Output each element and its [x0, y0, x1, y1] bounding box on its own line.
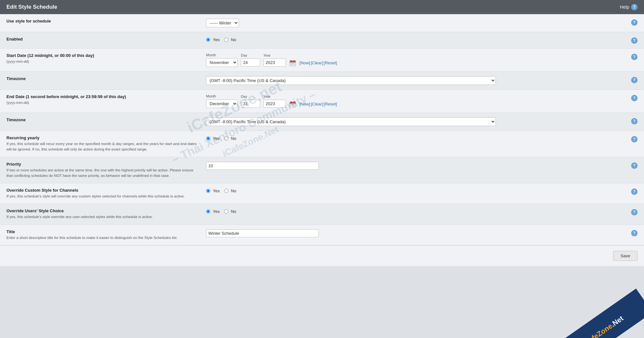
start-now-link[interactable]: [Now] [299, 60, 310, 65]
svg-rect-9 [294, 64, 295, 65]
end-calendar-icon[interactable] [289, 101, 296, 108]
radio-group-enabled: Yes No [206, 37, 236, 42]
header-help-area: Help ? [620, 4, 638, 10]
help-label: Help [620, 5, 629, 10]
start-day-input[interactable] [241, 59, 260, 67]
desc-start-date: (yyyy-mm-dd) [6, 59, 200, 64]
radio-no-enabled[interactable]: No [224, 37, 236, 42]
label-col-end-tz: Timezone [6, 117, 206, 122]
label-end-tz: Timezone [6, 117, 200, 122]
label-col-override-users: Override Users' Style Choice If yes, thi… [6, 208, 206, 220]
radio-yes-override-users[interactable]: Yes [206, 209, 220, 214]
help-col-start-tz: ? [625, 76, 638, 83]
row-help-icon-recurring[interactable]: ? [631, 136, 638, 142]
radio-yes-enabled[interactable]: Yes [206, 37, 220, 42]
radio-no-label-override-users: No [231, 209, 236, 214]
row-start-date: Start Date (12 midnight, or 00:00 of thi… [0, 49, 644, 72]
radio-no-override-channels[interactable]: No [224, 188, 236, 193]
start-year-label: Year [263, 53, 286, 57]
help-icon[interactable]: ? [631, 4, 638, 10]
radio-input-yes-recurring[interactable] [206, 136, 210, 141]
row-help-icon-end-tz[interactable]: ? [631, 118, 638, 124]
radio-input-yes-override-channels[interactable] [206, 189, 210, 193]
control-col-start-date: Month JanuaryFebruaryMarch AprilMayJune … [206, 53, 625, 67]
radio-yes-label-recurring: Yes [213, 136, 220, 141]
radio-yes-recurring[interactable]: Yes [206, 136, 220, 141]
radio-no-label-override-channels: No [231, 188, 236, 193]
help-col-use-style: ? [625, 19, 638, 26]
label-start-tz: Timezone [6, 76, 200, 81]
control-col-enabled: Yes No [206, 37, 625, 42]
radio-input-yes-override-users[interactable] [206, 209, 210, 214]
select-use-style[interactable]: ------ Winter Default Summer Spring Autu… [206, 19, 239, 27]
label-start-date: Start Date (12 midnight, or 00:00 of thi… [6, 53, 200, 58]
desc-recurring: If yes, this schedule will recur every y… [6, 141, 200, 152]
badge-text-dot: . [609, 321, 616, 329]
help-col-start-date: ? [625, 53, 638, 60]
radio-input-no-enabled[interactable] [224, 38, 228, 42]
help-col-override-users: ? [625, 208, 638, 215]
svg-rect-17 [291, 105, 292, 106]
radio-group-override-users: Yes No [206, 209, 236, 214]
start-timezone-select[interactable]: (GMT -8:00) Pacific Time (US & Canada) (… [206, 76, 496, 85]
row-help-icon-start-date[interactable]: ? [631, 54, 638, 60]
row-end-date: End Date (1 second before midnight, or 2… [0, 90, 644, 113]
end-timezone-select[interactable]: (GMT -8:00) Pacific Time (US & Canada) (… [206, 117, 496, 126]
start-month-select[interactable]: JanuaryFebruaryMarch AprilMayJune JulyAu… [206, 58, 238, 67]
end-now-link[interactable]: [Now] [299, 102, 310, 106]
svg-rect-14 [291, 104, 292, 105]
radio-yes-label-enabled: Yes [213, 37, 220, 42]
end-day-label: Day [241, 95, 260, 98]
start-day-group: Day [241, 53, 260, 67]
start-clear-link[interactable]: [Clear] [311, 60, 323, 65]
title-input[interactable] [206, 229, 319, 237]
end-reset-link[interactable]: [Reset] [324, 102, 337, 106]
end-date-links: [Now] [Clear] [Reset] [299, 102, 337, 106]
label-end-date: End Date (1 second before midnight, or 2… [6, 94, 200, 99]
row-help-icon-title[interactable]: ? [631, 230, 638, 236]
radio-group-override-channels: Yes No [206, 188, 236, 193]
radio-no-recurring[interactable]: No [224, 136, 236, 141]
radio-input-no-override-channels[interactable] [224, 189, 228, 193]
radio-input-no-recurring[interactable] [224, 136, 228, 141]
row-help-icon-override-users[interactable]: ? [631, 209, 638, 215]
control-col-override-channels: Yes No [206, 188, 625, 193]
label-recurring: Recurring yearly [6, 135, 200, 140]
radio-input-yes-enabled[interactable] [206, 38, 210, 42]
radio-input-no-override-users[interactable] [224, 209, 228, 214]
start-calendar-icon[interactable] [289, 59, 296, 67]
save-button[interactable]: Save [613, 251, 638, 261]
desc-override-users: If yes, this schedule's style override a… [6, 214, 200, 220]
end-month-select[interactable]: JanuaryFebruaryMarch AprilMayJune JulyAu… [206, 99, 238, 108]
corner-badge: iCafeZone.Net [560, 280, 644, 338]
start-year-input[interactable] [263, 59, 286, 67]
row-help-icon-end-date[interactable]: ? [631, 95, 638, 101]
corner-badge-inner: iCafeZone.Net [560, 288, 644, 338]
row-help-icon-start-tz[interactable]: ? [631, 77, 638, 83]
svg-rect-4 [291, 63, 292, 64]
row-help-icon-enabled[interactable]: ? [631, 37, 638, 44]
end-clear-link[interactable]: [Clear] [311, 102, 323, 106]
label-col-enabled: Enabled [6, 37, 206, 41]
label-priority: Priority [6, 162, 200, 167]
date-controls-end: Month JanuaryFebruaryMarch AprilMayJune … [206, 94, 337, 108]
start-reset-link[interactable]: [Reset] [324, 60, 337, 65]
help-col-priority: ? [625, 162, 638, 169]
svg-rect-6 [294, 63, 295, 64]
badge-text-net: Net [611, 314, 625, 328]
start-month-label: Month [206, 53, 238, 57]
control-col-end-date: Month JanuaryFebruaryMarch AprilMayJune … [206, 94, 625, 108]
end-year-input[interactable] [263, 100, 286, 108]
help-col-title: ? [625, 229, 638, 236]
row-help-icon-use-style[interactable]: ? [631, 19, 638, 26]
row-help-icon-override-channels[interactable]: ? [631, 188, 638, 195]
end-day-input[interactable] [241, 100, 260, 108]
radio-yes-override-channels[interactable]: Yes [206, 188, 220, 193]
radio-group-recurring: Yes No [206, 136, 236, 141]
end-year-group: Year [263, 95, 286, 108]
page-wrapper: Edit Style Schedule Help ? Use style for… [0, 0, 644, 338]
row-help-icon-priority[interactable]: ? [631, 162, 638, 169]
control-col-end-tz: (GMT -8:00) Pacific Time (US & Canada) (… [206, 117, 625, 126]
radio-no-override-users[interactable]: No [224, 209, 236, 214]
priority-input[interactable] [206, 162, 319, 170]
